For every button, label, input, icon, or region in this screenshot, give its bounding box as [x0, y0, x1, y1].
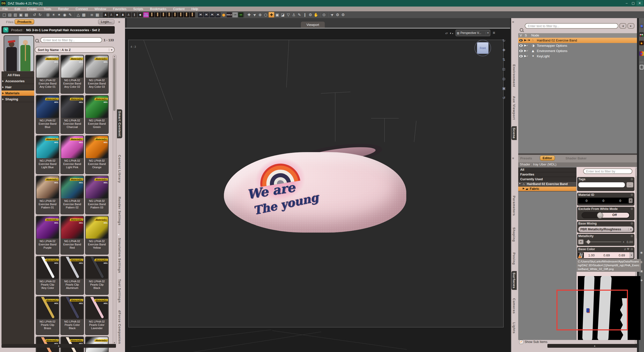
translate-tool-icon[interactable]: ✚ [268, 12, 274, 18]
content-camera-icon[interactable]: ◆ [138, 12, 143, 17]
tab-products[interactable]: Products [15, 19, 34, 24]
menu-file[interactable]: File [3, 7, 8, 11]
category-shaping[interactable]: ▶Shaping [2, 97, 34, 102]
camera-selector-dropdown[interactable]: ▥ Perspective V... ▼ [456, 30, 490, 36]
view-control-icon[interactable]: ↺ [501, 95, 507, 101]
gear-icon[interactable]: ⚙ [630, 247, 633, 251]
scrollbar-thumb[interactable] [113, 58, 115, 111]
asset-tile[interactable]: Material(s)MDLNG LPHA 02Pearls ClipAlumi… [60, 256, 84, 295]
scale-tool-icon[interactable]: ○ [263, 12, 268, 17]
category-all-files[interactable]: All Files [2, 72, 34, 78]
pin-icon[interactable] [639, 24, 644, 28]
cm-plus-badge-icon[interactable]: CM [232, 12, 238, 17]
surface-list-item-fabric[interactable]: ▶▰Fabric [518, 187, 576, 191]
dock-tab-render-settings[interactable]: Render Settings [117, 195, 122, 227]
asset-tile[interactable]: Material(s)MDLNG LPHA 02Exercise BandAny… [85, 55, 109, 94]
asset-tile[interactable]: Material(s)MDLNG LPHA 02Exercise BandAny… [36, 55, 59, 94]
dock-tab-posing[interactable]: Posing [511, 251, 517, 266]
scene-node-row[interactable]: ▶✓▲Environment Options [518, 48, 637, 54]
asset-tile[interactable]: Material(s)MDLNG LPHA 02Exercise BandCha… [60, 95, 84, 134]
skeleton-preset-1-icon[interactable] [149, 12, 154, 17]
headband-model[interactable]: We are The young [224, 145, 406, 236]
menu-render[interactable]: Render [58, 7, 69, 11]
show-sub-items[interactable]: ✔ Show Sub Items [519, 340, 547, 344]
content-wearables-icon[interactable]: ♟ [103, 12, 108, 17]
selectable-cursor-icon[interactable]: ▶✓ [524, 44, 528, 47]
color-gradient-icon[interactable]: ◉ [639, 51, 644, 56]
dock-tab-tool-settings[interactable]: Tool Settings [117, 278, 122, 304]
maximize-button[interactable]: ▢ [630, 1, 636, 6]
save-file-icon[interactable]: ▣ [18, 12, 24, 17]
asset-tile[interactable]: Material(s)MDLNG LPHA 02Pearls ClipBrass [36, 296, 59, 335]
skeleton-preset-8-icon[interactable] [190, 12, 195, 17]
tab-presets[interactable]: Presets [520, 156, 532, 160]
aspect-frame-icon[interactable]: ▱ [445, 31, 448, 35]
menu-content[interactable]: Content [173, 7, 185, 11]
scene-node-label[interactable]: Environment Options [537, 49, 567, 53]
render-queue-icon[interactable]: ▦ [95, 12, 100, 17]
dock-tab-simulation-settings[interactable]: Simulation Settings [117, 236, 122, 275]
render-settings-gear-icon[interactable]: ⚙ [335, 12, 340, 17]
menu-edit[interactable]: Edit [15, 7, 20, 11]
surface-select-tool-icon[interactable]: ◪ [280, 12, 286, 17]
pro-over-badge-icon[interactable]: PRO OVER [143, 12, 149, 17]
new-file-icon[interactable]: □ [2, 12, 7, 17]
product-thumbnail[interactable] [4, 35, 34, 72]
expand-arrow-icon[interactable]: ▶ [2, 86, 4, 88]
dock-tab-content-library[interactable]: Content Library [117, 153, 122, 185]
camera-settings-gear-icon[interactable]: ⚙ [340, 12, 346, 17]
base-color-row[interactable]: 1.00 0.69 0.69 ▼ [578, 252, 633, 258]
asset-tile[interactable]: Material(s)MDLNG LPHA 02Pearls ColorLave… [85, 296, 109, 335]
visibility-eye-icon[interactable] [519, 50, 523, 52]
new-null-icon[interactable]: △ [75, 12, 81, 17]
menu-scripts[interactable]: Scripts [133, 7, 143, 11]
dock-tab-surfaces[interactable]: Surfaces [511, 271, 517, 290]
panel-collapse-bar[interactable]: ▲ [2, 344, 116, 348]
asset-tile[interactable]: Material(s)MDLNG LPHA 02Exercise BandBlu… [36, 95, 59, 134]
scroll-up-icon[interactable]: ▲ [113, 55, 115, 58]
asset-tile[interactable]: Material(s)MDLNG LPHA 02Exercise BandAny… [60, 55, 84, 94]
camera-lock-icon[interactable]: ●● [639, 32, 644, 37]
content-presets-icon[interactable]: ∥ [132, 12, 137, 17]
gear-icon[interactable]: ⚙ [630, 178, 633, 181]
pane-menu-icon[interactable]: ≡ [118, 20, 120, 24]
scene-node-label[interactable]: KeyLight [537, 54, 550, 58]
scene-node-label[interactable]: HairBand 02 Exercise Band [537, 38, 577, 42]
property-filter-input[interactable]: Enter text to filter by [583, 168, 632, 174]
asset-tile[interactable]: Material(s)MDLNG LPHA 02Exercise BandGre… [85, 95, 109, 134]
dock-tab-smart-content[interactable]: Smart Content [117, 109, 122, 138]
content-pants-icon[interactable]: ♙ [126, 12, 131, 17]
metallicity-slider[interactable] [585, 242, 621, 242]
login-button[interactable]: Login... [98, 19, 114, 24]
selectable-cursor-icon[interactable]: ▶✓ [524, 38, 528, 42]
material-id-values[interactable]: 0 0 0 ▼ [578, 198, 633, 204]
view-control-icon[interactable]: ◎ [501, 76, 507, 81]
collapse-arrow-icon[interactable]: ▾ [519, 182, 520, 185]
dock-tab-shaping[interactable]: Shaping [511, 226, 517, 243]
scene-node-row[interactable]: ▶✓◑Tonemapper Options [518, 43, 637, 48]
render-icon-icon[interactable]: ⊙ [321, 12, 327, 17]
dock-tab-lights[interactable]: Lights [511, 321, 517, 335]
filter-back-button[interactable]: ◄ [619, 23, 626, 29]
skeleton-preset-4-icon[interactable] [167, 12, 172, 17]
menu-favorites[interactable]: Favorites [113, 7, 126, 11]
scene-filter-input[interactable]: Enter text to filter by... [525, 23, 618, 29]
visibility-eye-icon[interactable] [519, 55, 523, 57]
asset-tile[interactable]: Material(s)MDLNG LPHA 02Pearls ColorBlac… [60, 296, 84, 335]
view-control-icon[interactable]: ✚ [501, 47, 507, 53]
gear-icon[interactable]: ⚙ [630, 207, 633, 211]
new-primitive-icon[interactable]: ✎ [67, 12, 73, 17]
heels-badge-icon[interactable]: HEELS [227, 12, 232, 17]
expand-arrow-icon[interactable]: ▶ [523, 187, 525, 190]
hatch-tool-icon[interactable]: ∥ [302, 12, 308, 17]
surface-list-item-hairband-02-exercise-band[interactable]: ▾∴HairBand 02 Exercise Band [518, 182, 576, 187]
expand-arrow-icon[interactable]: ▶ [2, 92, 4, 94]
scene-node-row[interactable]: ▶✓▶∴HairBand 02 Exercise Band [518, 38, 637, 43]
view-control-icon[interactable]: ⊡ [501, 66, 507, 72]
dock-tab-aux-viewport[interactable]: Aux Viewport [511, 95, 517, 121]
dock-tab-parameters[interactable]: Parameters [511, 194, 517, 217]
minimize-button[interactable]: – [623, 1, 630, 6]
metallicity-dropdown[interactable]: ▼ [578, 239, 584, 244]
skeleton-preset-6-icon[interactable] [178, 12, 183, 17]
checkbox-checked-icon[interactable]: ✔ [519, 340, 523, 344]
